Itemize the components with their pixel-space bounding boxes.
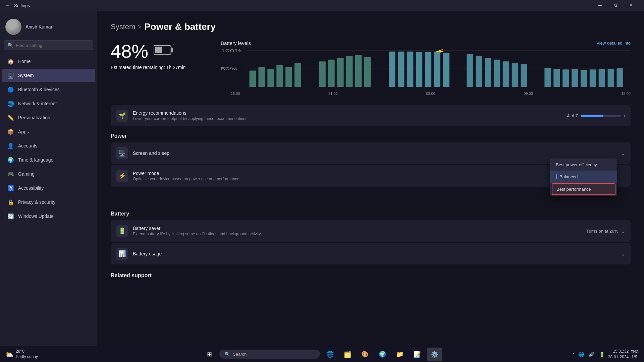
dropdown-label: Best power efficiency bbox=[556, 162, 597, 167]
sidebar-item-gaming[interactable]: 🎮 Gaming bbox=[2, 167, 95, 181]
app-body: Anish Kumar 🔍 🏠 Home 🖥️ System 🔵 Bluetoo… bbox=[0, 11, 644, 346]
svg-rect-40 bbox=[590, 69, 596, 87]
svg-rect-26 bbox=[434, 52, 440, 87]
dropdown-item-efficiency[interactable]: Best power efficiency bbox=[550, 159, 617, 171]
clock-area[interactable]: 15:31:32 28-01-2024 bbox=[608, 349, 629, 360]
chart-label-03: 03:00 bbox=[426, 92, 435, 96]
maximize-button[interactable]: ⧉ bbox=[608, 0, 623, 11]
svg-rect-43 bbox=[616, 68, 623, 87]
sidebar-item-label: Bluetooth & devices bbox=[18, 87, 60, 92]
battery-saver-chevron-icon: ⌄ bbox=[621, 228, 625, 234]
sidebar-item-bluetooth[interactable]: 🔵 Bluetooth & devices bbox=[2, 83, 95, 96]
svg-rect-31 bbox=[494, 60, 500, 87]
svg-rect-24 bbox=[416, 52, 423, 87]
taskbar-app-word[interactable]: 📝 bbox=[410, 348, 425, 361]
search-box[interactable]: 🔍 bbox=[4, 40, 93, 50]
sidebar-item-label: Gaming bbox=[18, 171, 35, 177]
taskbar-app-edge[interactable]: 🌍 bbox=[375, 348, 390, 361]
back-button[interactable]: ← bbox=[5, 3, 10, 8]
dropdown-item-balanced[interactable]: Balanced bbox=[550, 171, 617, 183]
weather-area[interactable]: ⛅ 28°C Partly sunny bbox=[5, 349, 38, 359]
energy-progress-text: 4 of 7 bbox=[567, 113, 578, 118]
battery-time-value: 1h 27min bbox=[166, 65, 186, 70]
locale-display: ENGUS bbox=[631, 349, 639, 359]
screen-sleep-icon: 🖥️ bbox=[116, 147, 128, 159]
volume-tray-icon[interactable]: 🔊 bbox=[587, 351, 596, 358]
energy-progress-bar bbox=[581, 115, 621, 117]
taskbar-app-photos[interactable]: 🗂️ bbox=[340, 348, 355, 361]
battery-tray-icon[interactable]: 🔋 bbox=[598, 351, 606, 358]
svg-text:100%: 100% bbox=[221, 49, 242, 53]
battery-saver-card: 🔋 Battery saver Extend battery life by l… bbox=[111, 220, 631, 242]
battery-time: Estimated time remaining: 1h 27min bbox=[111, 65, 205, 70]
battery-usage-row[interactable]: 📊 Battery usage ⌄ bbox=[111, 243, 631, 264]
sidebar-item-personalization[interactable]: ✏️ Personalization bbox=[2, 111, 95, 124]
svg-rect-20 bbox=[364, 57, 371, 87]
svg-rect-1 bbox=[171, 48, 173, 52]
taskbar-app-files[interactable]: 🌐 bbox=[323, 348, 337, 361]
sidebar: Anish Kumar 🔍 🏠 Home 🖥️ System 🔵 Bluetoo… bbox=[0, 11, 97, 346]
battery-saver-icon: 🔋 bbox=[116, 225, 128, 237]
sidebar-item-privacy[interactable]: 🔒 Privacy & security bbox=[2, 195, 95, 209]
dropdown-item-performance[interactable]: Best performance bbox=[552, 183, 615, 195]
accessibility-icon: ♿ bbox=[7, 185, 14, 191]
breadcrumb: System > Power & battery bbox=[111, 21, 631, 32]
energy-title: Energy recommendations bbox=[133, 110, 562, 116]
power-mode-dropdown: Best power efficiency Balanced Best perf… bbox=[550, 159, 617, 196]
svg-rect-12 bbox=[276, 65, 283, 87]
weather-text: 28°C Partly sunny bbox=[16, 349, 38, 359]
sidebar-item-apps[interactable]: 📦 Apps bbox=[2, 125, 95, 138]
sidebar-item-network[interactable]: 🌐 Network & internet bbox=[2, 97, 95, 110]
svg-rect-10 bbox=[258, 67, 265, 87]
personalization-icon: ✏️ bbox=[7, 114, 14, 121]
taskbar-search[interactable]: 🔍 Search bbox=[219, 350, 320, 359]
screen-sleep-text: Screen and sleep bbox=[133, 150, 616, 156]
energy-recommendations-row[interactable]: 🌱 Energy recommendations Lower your carb… bbox=[111, 105, 631, 126]
taskbar-search-placeholder: Search bbox=[233, 352, 247, 357]
taskbar: ⛅ 28°C Partly sunny ⊞ 🔍 Search 🌐 🗂️ 🎨 🌍 … bbox=[0, 346, 644, 362]
title-bar-title: Settings bbox=[14, 3, 30, 8]
taskbar-app-settings[interactable]: ⚙️ bbox=[427, 348, 442, 361]
sidebar-profile[interactable]: Anish Kumar bbox=[0, 16, 97, 40]
sidebar-item-accessibility[interactable]: ♿ Accessibility bbox=[2, 181, 95, 195]
view-detailed-link[interactable]: View detailed info bbox=[596, 41, 631, 46]
chart-label-21: 21:00 bbox=[328, 92, 338, 96]
sidebar-item-time[interactable]: 🌍 Time & language bbox=[2, 153, 95, 167]
sidebar-item-accounts[interactable]: 👤 Accounts bbox=[2, 139, 95, 153]
breadcrumb-parent[interactable]: System bbox=[111, 22, 135, 31]
sidebar-item-system[interactable]: 🖥️ System bbox=[2, 69, 95, 82]
title-bar-left: ← Settings bbox=[5, 3, 30, 8]
svg-rect-36 bbox=[553, 69, 560, 87]
taskbar-right: ∧ 🌐 🔊 🔋 15:31:32 28-01-2024 ENGUS bbox=[572, 349, 639, 360]
network-tray-icon[interactable]: 🌐 bbox=[577, 351, 585, 358]
taskbar-app-explorer[interactable]: 📁 bbox=[392, 348, 407, 361]
battery-saver-row[interactable]: 🔋 Battery saver Extend battery life by l… bbox=[111, 220, 631, 242]
svg-rect-39 bbox=[581, 70, 587, 87]
battery-saver-right: Turns on at 20% ⌄ bbox=[586, 228, 625, 234]
svg-rect-28 bbox=[467, 54, 473, 87]
battery-usage-right: ⌄ bbox=[621, 251, 625, 257]
start-button[interactable]: ⊞ bbox=[202, 348, 217, 361]
taskbar-app-store[interactable]: 🎨 bbox=[358, 348, 372, 361]
home-icon: 🏠 bbox=[7, 58, 14, 65]
energy-progress-fill bbox=[581, 115, 603, 117]
svg-rect-23 bbox=[407, 52, 414, 87]
svg-rect-29 bbox=[476, 56, 482, 87]
sidebar-item-label: System bbox=[18, 73, 34, 78]
battery-usage-title: Battery usage bbox=[133, 251, 616, 256]
svg-rect-35 bbox=[544, 68, 551, 87]
battery-percent-display: 48% ⚡ bbox=[111, 40, 205, 62]
taskbar-date: 28-01-2024 bbox=[608, 354, 629, 360]
sidebar-item-windows-update[interactable]: 🔄 Windows Update bbox=[2, 209, 95, 223]
battery-chart-container: Battery levels View detailed info 100% 5… bbox=[221, 40, 631, 96]
dropdown-label: Best performance bbox=[556, 187, 591, 192]
energy-chevron-icon: › bbox=[624, 113, 625, 119]
chart-x-labels: 15:00 21:00 03:00 09:00 15:00 bbox=[221, 92, 631, 96]
svg-text:50%: 50% bbox=[221, 67, 237, 71]
minimize-button[interactable]: — bbox=[592, 0, 608, 11]
sidebar-item-home[interactable]: 🏠 Home bbox=[2, 55, 95, 68]
close-button[interactable]: ✕ bbox=[623, 0, 639, 11]
taskbar-chevron-icon[interactable]: ∧ bbox=[572, 352, 575, 356]
search-input[interactable] bbox=[16, 43, 90, 48]
battery-time-label: Estimated time remaining: bbox=[111, 65, 165, 70]
